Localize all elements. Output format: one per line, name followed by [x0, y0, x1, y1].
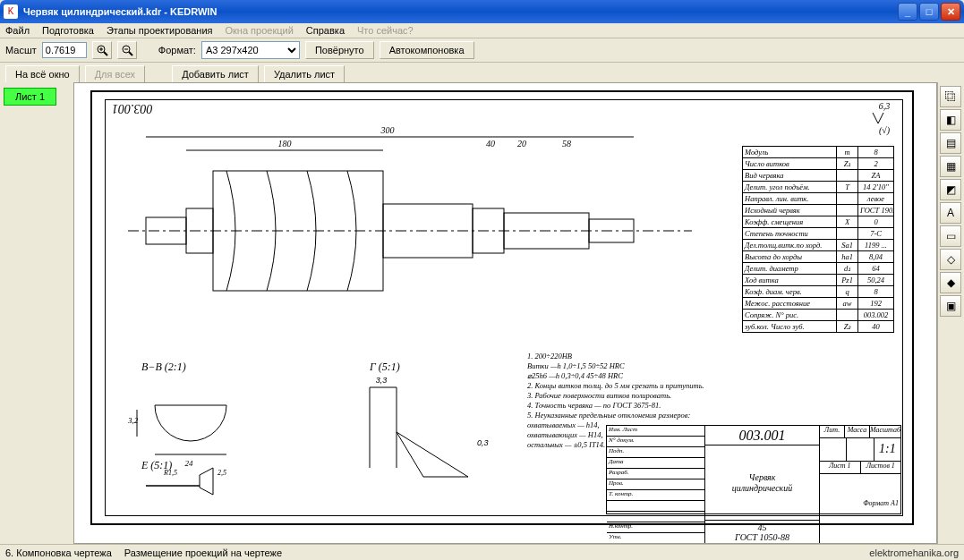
menu-stages[interactable]: Этапы проектирования — [107, 25, 213, 36]
rotated-button[interactable]: Повёрнуто — [305, 41, 374, 59]
right-toolbox: ⿻◧▤▦◩A▭◇◆▣ — [937, 82, 964, 544]
svg-text:R1,5: R1,5 — [163, 469, 177, 477]
del-sheet-button[interactable]: Удалить лист — [264, 65, 345, 83]
note-line: ⌀25h6 —h 0,3÷0,4 45÷48 HRC — [527, 371, 742, 381]
watermark: elektromehanika.org — [869, 547, 959, 558]
svg-text:3,3: 3,3 — [376, 376, 388, 385]
close-button[interactable]: ✕ — [941, 3, 960, 21]
menu-file[interactable]: Файл — [5, 25, 30, 36]
param-row: зуб.кол. Число зуб.Z₂40 — [743, 320, 893, 332]
menu-prep[interactable]: Подготовка — [42, 25, 94, 36]
tool-button-0[interactable]: ⿻ — [940, 86, 961, 107]
scale-label: Масшт — [5, 45, 37, 55]
title-block-name: Червяк цилиндрический — [705, 445, 819, 521]
fit-window-button[interactable]: На всё окно — [5, 65, 80, 83]
add-sheet-button[interactable]: Добавить лист — [172, 65, 259, 83]
for-all-button: Для всех — [85, 65, 145, 83]
autolayout-button[interactable]: Автокомпоновка — [380, 41, 474, 59]
status-step: 6. Компоновка чертежа — [5, 547, 112, 558]
status-hint: Размещение проекций на чертеже — [124, 547, 282, 558]
sheet-tab-1[interactable]: Лист 1 — [4, 88, 56, 106]
zoom-out-icon — [121, 44, 133, 56]
note-line: 1. 200÷220HB — [527, 352, 742, 361]
title-block: Изм. ЛистN° докум.Подп.ДатаРазраб.Пров.Т… — [606, 425, 901, 514]
svg-text:24: 24 — [185, 459, 194, 468]
param-row: Делит. диаметрd₁64 — [743, 262, 893, 274]
note-line: 4. Точность червяка — по ГОСТ 3675-81. — [527, 401, 742, 411]
tool-button-8[interactable]: ◆ — [940, 272, 961, 293]
drawing-sheet: 003.001 6,3 (√) — [90, 90, 914, 525]
param-row: Ход виткаPz150,24 — [743, 274, 893, 285]
format-label: Формат: — [158, 45, 196, 55]
param-row: Высота до хордыha18,04 — [743, 250, 893, 262]
detail-view-g: 3,3 0,3 — [352, 369, 531, 513]
maximize-button[interactable]: □ — [919, 3, 939, 21]
toolbar-row-1: Масшт Формат: А3 297x420 Повёрнуто Авток… — [0, 38, 964, 63]
param-row: Дел.толщ.витк.по хорд.Sa11199 ... — [743, 239, 893, 250]
worm-parameter-table: Модульm8Число витковZ₁2Вид червякаZAДели… — [742, 146, 894, 333]
note-line: 5. Неуказанные предельные отклонения раз… — [527, 411, 742, 420]
param-row: Сопряж. N° рис.003.002 — [743, 309, 893, 320]
tool-button-9[interactable]: ▣ — [940, 295, 961, 317]
param-row: Вид червякаZA — [743, 169, 893, 181]
surface-finish-mark: 6,3 (√) — [871, 101, 898, 135]
tool-button-1[interactable]: ◧ — [940, 109, 961, 131]
tool-button-2[interactable]: ▤ — [940, 132, 961, 154]
svg-text:58: 58 — [562, 139, 571, 148]
param-row: Коэф. диам. черв.q8 — [743, 285, 893, 297]
menu-whats-now: Что сейчас? — [357, 25, 414, 36]
main-engineering-view: 300 180 40 20 58 — [128, 119, 692, 343]
title-block-right: Лит. Масса Масштаб 1:1 Лист 1 Листов 1 Ф… — [820, 426, 900, 544]
param-row: Коэфф. смещенияX0 — [743, 216, 893, 227]
tool-button-5[interactable]: A — [940, 202, 961, 224]
param-row: Исходный червякГОСТ 19036-81 — [743, 204, 893, 216]
tool-button-3[interactable]: ▦ — [940, 156, 961, 177]
zoom-out-button[interactable] — [117, 41, 137, 59]
param-row: Степень точности7-C — [743, 227, 893, 239]
zoom-in-icon — [96, 44, 108, 56]
scale-input[interactable] — [42, 42, 87, 58]
title-block-signatures: Изм. ЛистN° докум.Подп.ДатаРазраб.Пров.Т… — [607, 426, 705, 544]
tool-button-7[interactable]: ◇ — [940, 249, 961, 270]
menubar: Файл Подготовка Этапы проектирования Окн… — [0, 23, 964, 38]
tool-button-6[interactable]: ▭ — [940, 225, 961, 247]
param-row: Число витковZ₁2 — [743, 157, 893, 169]
svg-text:180: 180 — [278, 139, 292, 148]
tool-button-4[interactable]: ◩ — [940, 179, 961, 200]
param-row: Модульm8 — [743, 147, 893, 157]
param-row: Делит. угол подъём.T14 2'10" — [743, 181, 893, 192]
statusbar: 6. Компоновка чертежа Размещение проекци… — [0, 544, 964, 560]
drawing-code-rotated: 003.001 — [112, 101, 153, 115]
svg-text:40: 40 — [486, 139, 495, 148]
title-block-code: 003.001 — [705, 426, 819, 445]
drawing-canvas[interactable]: 003.001 6,3 (√) — [73, 82, 937, 544]
menu-help[interactable]: Справка — [306, 25, 345, 36]
menu-proj-windows: Окна проекций — [226, 25, 294, 36]
param-row: Направл. лин. витк.левое — [743, 192, 893, 204]
client-area: Лист 1 003.001 6,3 (√) — [0, 82, 964, 544]
format-select[interactable]: А3 297x420 — [201, 41, 300, 59]
svg-text:0,3: 0,3 — [477, 438, 489, 447]
title-block-material: 45 ГОСТ 1050-88 — [705, 521, 819, 544]
svg-line-1 — [104, 52, 107, 55]
minimize-button[interactable]: _ — [898, 3, 917, 21]
note-line: 2. Концы витков толщ. до 5 мм срезать и … — [527, 381, 742, 391]
zoom-in-button[interactable] — [92, 41, 112, 59]
svg-line-5 — [129, 52, 132, 55]
svg-text:3,2: 3,2 — [128, 416, 139, 425]
svg-text:300: 300 — [380, 125, 395, 135]
note-line: Витки —h 1,0÷1,5 50÷52 HRC — [527, 361, 742, 371]
svg-text:20: 20 — [517, 139, 526, 148]
titlebar: K Червяк цилиндрический.kdr - KEDRWIN _ … — [0, 0, 964, 23]
note-line: 3. Рабочие поверхности витков полировать… — [527, 391, 742, 401]
window-title: Червяк цилиндрический.kdr - KEDRWIN — [23, 6, 898, 17]
app-icon: K — [4, 4, 18, 19]
param-row: Межос. расстояниеaw192 — [743, 297, 893, 309]
left-pane: Лист 1 — [0, 82, 73, 544]
svg-text:2,5: 2,5 — [218, 469, 226, 477]
detail-views-left: 3,2 24 R1,5 2,5 — [128, 369, 334, 513]
